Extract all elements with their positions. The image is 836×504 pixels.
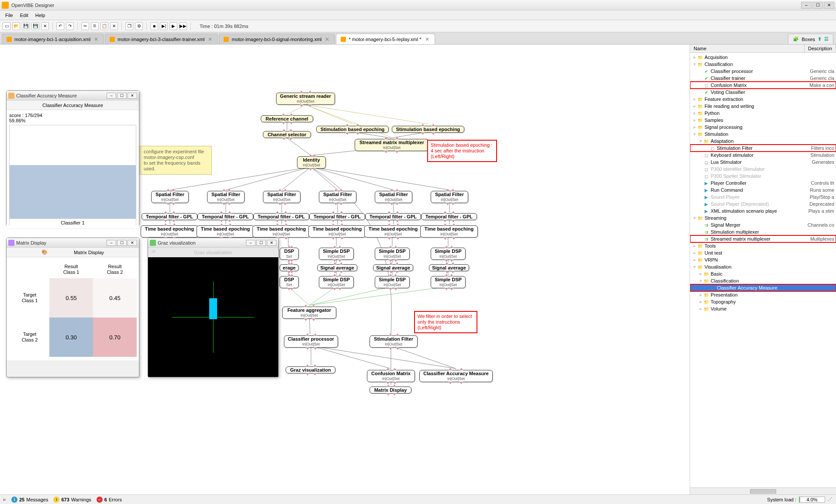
stop-button[interactable]: ■ <box>150 22 158 30</box>
node-ref[interactable]: Reference channel <box>261 115 313 122</box>
tree-row[interactable]: ▹ 📁 Acquisition <box>690 54 836 61</box>
tree-row[interactable]: Sound Player Play/Stop a <box>690 193 836 200</box>
node-sd1[interactable]: Simple DSP In|Out|Set <box>375 248 410 260</box>
maximize-button[interactable]: ☐ <box>117 93 127 99</box>
expand-icon[interactable]: ▹ <box>692 97 697 101</box>
menu-edit[interactable]: Edit <box>17 12 32 19</box>
redo-button[interactable]: ↷ <box>66 22 74 30</box>
tree-row[interactable]: ▹ 📁 Presentation <box>690 291 836 298</box>
node-sf0[interactable]: Spatial Filter In|Out|Set <box>151 191 189 203</box>
node-sf3[interactable]: Spatial Filter In|Out|Set <box>319 191 356 203</box>
tree-row[interactable]: ▹ 📁 Python <box>690 110 836 117</box>
tab-scenario[interactable]: * motor-imagery-bci-5-replay.xml * ✕ <box>336 34 435 44</box>
play-button[interactable]: ▶ <box>169 22 177 30</box>
resize-grip[interactable]: ⋰ <box>828 497 833 502</box>
tree-row[interactable]: ▹ 📁 Volume <box>690 305 836 312</box>
tree-row[interactable]: P300 Identifier Stimulator <box>690 166 836 173</box>
expand-icon[interactable]: ▹ <box>698 307 703 311</box>
tree-row[interactable]: ▿ 📁 Adaptation <box>690 138 836 145</box>
paste-button[interactable]: 📋 <box>100 22 108 30</box>
node-tf2[interactable]: Temporal filter - GPL <box>253 213 309 220</box>
saveas-button[interactable]: 💾 <box>31 22 39 30</box>
open-button[interactable]: 📂 <box>12 22 20 30</box>
tree-row[interactable]: Classifier processor Generic cla <box>690 68 836 75</box>
node-avg5[interactable]: erage <box>280 264 299 271</box>
tree-row[interactable]: Sound Player (Deprecated) Deprecated <box>690 200 836 207</box>
node-tf5[interactable]: Temporal filter - GPL <box>421 213 477 220</box>
expand-icon[interactable]: ▹ <box>698 272 703 276</box>
col-desc[interactable]: Description <box>805 45 836 52</box>
expand-icon[interactable]: ▿ <box>698 279 703 283</box>
node-sbe1[interactable]: Stimulation based epoching <box>316 126 389 133</box>
node-sd3[interactable]: Simple DSP In|Out|Set <box>319 276 354 288</box>
boxes-tree-scroll[interactable]: ▹ 📁 Acquisition ▿ 📁 Classification Class… <box>690 53 836 487</box>
node-md[interactable]: Matrix Display <box>370 387 411 394</box>
tab-close-icon[interactable]: ✕ <box>93 36 99 42</box>
delete-button[interactable]: ✕ <box>110 22 118 30</box>
cut-button[interactable]: ✂ <box>81 22 89 30</box>
undo-button[interactable]: ↶ <box>56 22 64 30</box>
tab-scenario[interactable]: motor-imagery-bci-3-classifier-trainer.x… <box>105 34 218 44</box>
color-icon[interactable]: 🎨 <box>41 249 48 255</box>
tree-row[interactable]: Stimulation Filter Filters inco <box>690 145 836 152</box>
maximize-button[interactable]: ☐ <box>117 240 127 246</box>
graz-reload-icon[interactable]: ⟳ <box>150 249 157 256</box>
tree-row[interactable]: Classifier trainer Generic cla <box>690 75 836 82</box>
node-cam[interactable]: Classifier Accuracy Measure In|Out|Set <box>419 370 493 382</box>
tree-row[interactable]: ▹ 📁 File reading and writing <box>690 103 836 110</box>
tree-row[interactable]: ▿ 📁 Visualisation <box>690 263 836 270</box>
node-tf4[interactable]: Temporal filter - GPL <box>365 213 421 220</box>
inner-titlebar[interactable]: Graz visualization – ☐ ✕ <box>148 238 278 248</box>
fastforward-button[interactable]: ▶▶ <box>179 22 187 30</box>
minimize-button[interactable]: – <box>107 93 116 99</box>
tree-row[interactable]: ▿ 📁 Classification <box>690 277 836 284</box>
expand-icon[interactable]: ▹ <box>692 244 697 248</box>
expand-icon[interactable]: ▹ <box>692 55 697 59</box>
node-fa[interactable]: Feature aggregator In|Out|Set <box>282 307 336 319</box>
node-tf3[interactable]: Temporal filter - GPL <box>309 213 365 220</box>
maximize-button[interactable]: ☐ <box>812 2 823 9</box>
expand-icon[interactable]: ▹ <box>692 111 697 115</box>
node-tb5[interactable]: Time based epoching In|Out|Set <box>420 225 478 238</box>
expand-icon[interactable]: ▹ <box>3 497 6 502</box>
node-sf5[interactable]: Spatial Filter In|Out|Set <box>431 191 468 203</box>
tab-scenario[interactable]: motor-imagery-bci-1-acquisition.xml ✕ <box>2 34 104 44</box>
tab-close-icon[interactable]: ✕ <box>324 36 330 42</box>
tree-row[interactable]: ▹ 📁 Basic <box>690 270 836 277</box>
node-idn[interactable]: Identity In|Out|Set <box>297 156 326 169</box>
node-cp[interactable]: Classifier processor In|Out|Set <box>284 335 338 348</box>
expand-icon[interactable]: ▹ <box>698 300 703 304</box>
node-tb0[interactable]: Time based epoching In|Out|Set <box>141 225 198 238</box>
node-gsr[interactable]: Generic stream reader In|Out|Set <box>276 93 335 105</box>
close-button[interactable]: ✕ <box>128 240 137 246</box>
tree-row[interactable]: ▹ 📁 Unit test <box>690 249 836 256</box>
node-stf[interactable]: Stimulation Filter In|Out|Set <box>370 335 418 348</box>
window-graz[interactable]: Graz visualization – ☐ ✕ ⟳ Graz visualiz… <box>148 238 279 377</box>
step-button[interactable]: ▶| <box>160 22 168 30</box>
tree-row[interactable]: ▿ 📁 Streaming <box>690 214 836 221</box>
expand-icon[interactable]: ▹ <box>692 104 697 108</box>
expand-icon[interactable]: ▿ <box>692 216 697 220</box>
maximize-button[interactable]: ☐ <box>256 240 266 246</box>
node-sd0[interactable]: Simple DSP In|Out|Set <box>319 248 354 260</box>
save-button[interactable]: 💾 <box>22 22 30 30</box>
tree-row[interactable]: ▹ 📁 Tools <box>690 242 836 249</box>
node-av2[interactable]: Signal average <box>429 264 469 271</box>
status-warnings[interactable]: ! 673 Warnings <box>53 497 91 503</box>
node-tb4[interactable]: Time based epoching In|Out|Set <box>364 225 422 238</box>
canvas[interactable]: Generic stream reader In|Out|Set Referen… <box>0 45 690 494</box>
tree-row[interactable]: Confusion Matrix Make a con <box>690 82 836 89</box>
col-name[interactable]: Name <box>690 45 805 52</box>
tree-row[interactable]: Player Controller Controls th <box>690 180 836 186</box>
tree-row[interactable]: ▹ 📁 VRPN <box>690 256 836 263</box>
tree-row[interactable]: ▹ 📁 Samples <box>690 117 836 124</box>
tree-row[interactable]: Stimulation multiplexer <box>690 228 836 235</box>
close-button[interactable]: ✕ <box>267 240 276 246</box>
node-cm[interactable]: Confusion Matrix In|Out|Set <box>367 370 415 382</box>
expand-icon[interactable]: ▹ <box>692 118 697 122</box>
node-gv[interactable]: Graz visualization <box>286 366 335 373</box>
node-sf1[interactable]: Spatial Filter In|Out|Set <box>207 191 245 203</box>
node-av1[interactable]: Signal average <box>373 264 413 271</box>
node-av0[interactable]: Signal average <box>317 264 357 271</box>
tree-row[interactable]: Voting Classifier <box>690 89 836 96</box>
